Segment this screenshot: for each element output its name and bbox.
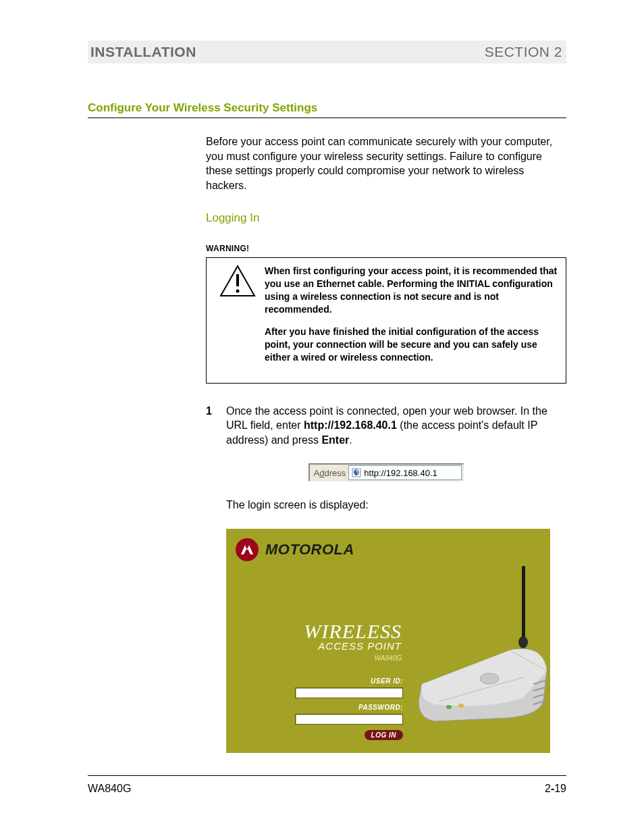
warning-label: WARNING! — [206, 244, 566, 253]
step-1: 1 Once the access point is connected, op… — [206, 404, 566, 448]
step-text: Once the access point is connected, open… — [226, 404, 566, 448]
step-enter: Enter — [321, 434, 349, 446]
wireless-title: WIRELESS — [304, 620, 402, 643]
page-header-bar: INSTALLATION SECTION 2 — [88, 41, 566, 63]
svg-rect-4 — [522, 566, 525, 640]
password-input[interactable] — [295, 714, 403, 725]
device-illustration — [408, 563, 550, 752]
sub-title-logging-in: Logging In — [206, 211, 566, 225]
address-label: Address — [311, 468, 349, 478]
motorola-wordmark: MOTOROLA — [265, 541, 354, 558]
wireless-title-block: WIRELESS ACCESS POINT WA840G — [304, 620, 402, 662]
footer-page-num: 19 — [554, 783, 566, 794]
step-url: http://192.168.40.1 — [304, 419, 397, 431]
address-label-underline: d — [319, 468, 324, 478]
svg-point-6 — [480, 673, 499, 684]
login-screenshot-figure: MOTOROLA — [226, 529, 566, 753]
footer-left: WA840G — [88, 783, 131, 795]
footer-page-section: 2 — [545, 783, 551, 794]
after-step-text: The login screen is displayed: — [226, 499, 566, 511]
userid-label: USER ID: — [295, 677, 403, 685]
page-footer: WA840G 2-19 — [88, 775, 566, 795]
footer-right: 2-19 — [545, 783, 566, 795]
svg-point-7 — [446, 705, 452, 709]
login-button[interactable]: LOG IN — [365, 730, 403, 740]
motorola-batwing-icon — [236, 538, 259, 561]
warning-text: When first configuring your access point… — [265, 265, 559, 363]
address-label-pre: A — [314, 468, 320, 478]
warning-box: When first configuring your access point… — [206, 257, 566, 383]
step-text-post: . — [349, 434, 352, 446]
intro-paragraph: Before your access point can communicate… — [206, 134, 566, 192]
step-number: 1 — [206, 404, 226, 448]
svg-point-8 — [458, 704, 464, 708]
password-label: PASSWORD: — [295, 704, 403, 711]
access-point-subtitle: ACCESS POINT — [304, 640, 402, 652]
svg-rect-1 — [236, 274, 239, 286]
motorola-logo-row: MOTOROLA — [236, 538, 354, 561]
login-screen: MOTOROLA — [226, 529, 550, 753]
login-form: USER ID: PASSWORD: LOG IN — [295, 677, 403, 740]
warning-paragraph-2: After you have finished the initial conf… — [265, 325, 559, 364]
warning-icon-cell — [211, 265, 265, 297]
browser-address-bar: Address http://192.168.40.1 — [308, 463, 464, 481]
svg-point-5 — [518, 636, 528, 648]
userid-input[interactable] — [295, 687, 403, 698]
section-title: Configure Your Wireless Security Setting… — [88, 101, 566, 118]
header-left: INSTALLATION — [90, 44, 196, 60]
svg-point-2 — [236, 290, 240, 293]
warning-triangle-icon — [219, 265, 256, 297]
ie-page-icon — [352, 468, 361, 477]
address-field[interactable]: http://192.168.40.1 — [348, 465, 462, 480]
document-page: INSTALLATION SECTION 2 Configure Your Wi… — [0, 0, 644, 834]
model-label: WA840G — [304, 654, 402, 662]
address-bar-figure: Address http://192.168.40.1 — [206, 463, 566, 481]
header-right: SECTION 2 — [485, 44, 562, 60]
warning-paragraph-1: When first configuring your access point… — [265, 265, 559, 316]
address-label-post: dress — [325, 468, 346, 478]
address-value: http://192.168.40.1 — [364, 468, 437, 478]
